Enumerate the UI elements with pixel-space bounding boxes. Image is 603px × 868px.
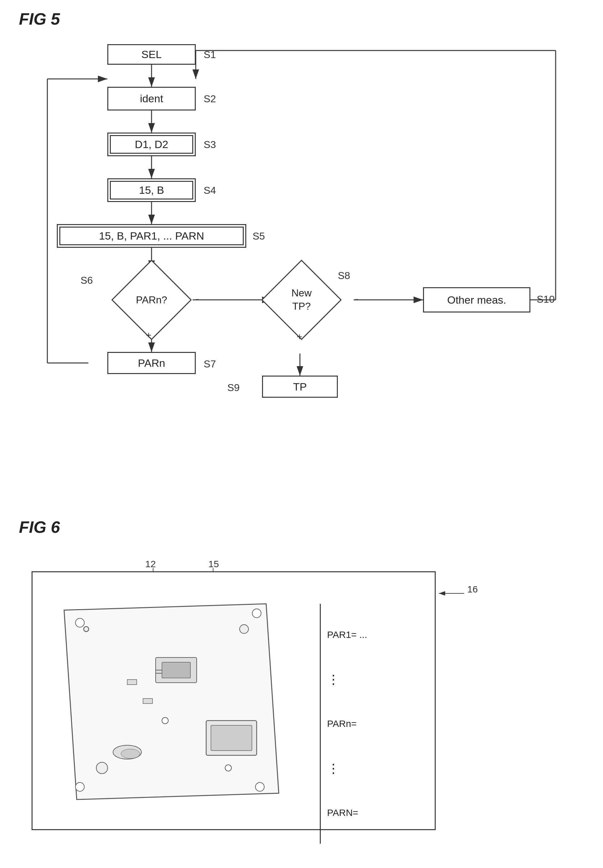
svg-point-28: [240, 625, 249, 633]
page: FIG 5: [0, 0, 603, 868]
step-label-s3: S3: [204, 139, 216, 151]
svg-rect-34: [211, 725, 252, 751]
step-parn-diamond: PARn?: [110, 270, 193, 330]
svg-point-27: [96, 762, 108, 774]
step-15b: 15, B: [107, 178, 196, 202]
step-tp: TP: [262, 375, 338, 398]
param-dots1: ⋮: [327, 672, 427, 687]
step-other-meas: Other meas.: [423, 287, 530, 312]
step-label-s9: S9: [227, 382, 240, 394]
svg-point-22: [76, 618, 84, 627]
svg-rect-36: [143, 698, 153, 704]
step-ident: ident: [107, 87, 196, 110]
svg-point-38: [121, 749, 140, 758]
param-parn: PARn=: [327, 718, 427, 729]
fig6-diagram: 12 15 16 2: [32, 546, 537, 849]
fig6-section: FIG 6 12 15 16: [19, 517, 587, 849]
svg-point-39: [162, 717, 168, 724]
fig6-outer-box: PAR1= ... ⋮ PARn= ⋮ PARN=: [32, 571, 436, 830]
step-label-s7: S7: [204, 358, 216, 370]
minus-label-s8: -: [355, 293, 358, 304]
param-dots2: ⋮: [327, 761, 427, 775]
svg-rect-30: [162, 662, 190, 678]
param-parn-cap: PARN=: [327, 808, 427, 818]
step-label-s5: S5: [252, 230, 265, 242]
step-d1d2: D1, D2: [107, 133, 196, 156]
svg-point-23: [83, 627, 89, 632]
svg-point-24: [252, 609, 261, 618]
step-label-s4: S4: [204, 185, 216, 196]
svg-rect-35: [127, 680, 137, 684]
fig5-label: FIG 5: [19, 9, 587, 28]
plus-label-s6: +: [146, 330, 152, 341]
pcb-illustration: [39, 579, 314, 819]
step-label-s10: S10: [537, 293, 555, 305]
step-parn-box: PARn: [107, 352, 196, 374]
num-label-12: 12: [145, 559, 156, 569]
step-sel: SEL: [107, 44, 196, 65]
step-label-s2: S2: [204, 93, 216, 105]
step-label-s8: S8: [338, 270, 350, 281]
step-label-s6: S6: [80, 275, 93, 286]
fig6-label: FIG 6: [19, 517, 587, 537]
num-label-15: 15: [208, 559, 219, 569]
param-par1: PAR1= ...: [327, 629, 427, 640]
flowchart: SEL S1 ident S2 D1, D2 S3 15, B: [32, 35, 568, 524]
fig5-section: FIG 5: [19, 9, 587, 524]
step-label-s1: S1: [204, 49, 216, 60]
plus-label-s8: +: [297, 331, 303, 342]
step-newtp-diamond: New TP?: [272, 270, 331, 330]
svg-point-26: [76, 783, 84, 791]
svg-point-25: [255, 783, 264, 791]
minus-label-s6: -: [196, 293, 199, 304]
step-pars: 15, B, PAR1, ... PARN: [57, 224, 246, 248]
svg-point-40: [225, 765, 231, 771]
params-panel: PAR1= ... ⋮ PARn= ⋮ PARN=: [320, 604, 433, 844]
num-label-16: 16: [467, 584, 478, 595]
